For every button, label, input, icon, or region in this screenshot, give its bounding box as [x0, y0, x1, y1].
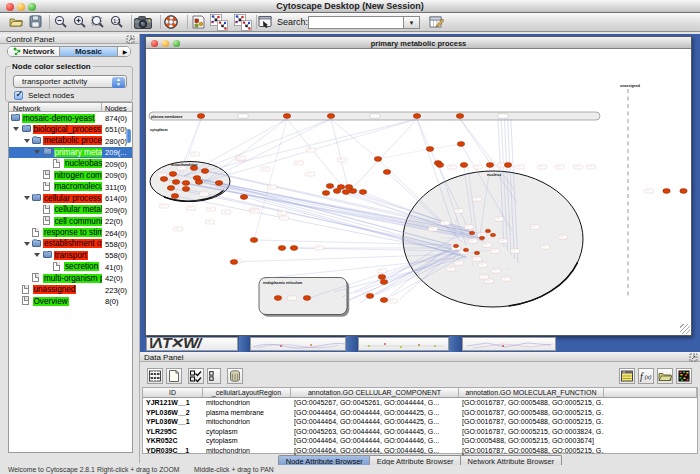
- svg-text:····: ····: [484, 243, 488, 247]
- svg-text:····: ····: [448, 267, 452, 271]
- svg-text:····: ····: [470, 239, 474, 243]
- svg-text:····: ····: [517, 165, 521, 169]
- svg-text:····: ····: [496, 217, 500, 221]
- svg-text:····: ····: [466, 225, 470, 229]
- svg-text:····: ····: [475, 165, 479, 169]
- svg-text:····: ····: [281, 216, 285, 220]
- svg-text:····: ····: [542, 245, 546, 249]
- svg-text:····: ····: [192, 152, 196, 156]
- svg-text:mitochondrion: mitochondrion: [171, 163, 198, 167]
- svg-text:····: ····: [442, 221, 446, 225]
- svg-text:(x): (x): [645, 374, 652, 380]
- svg-text:····: ····: [449, 165, 453, 169]
- svg-text:····: ····: [474, 257, 478, 261]
- svg-text:····: ····: [499, 163, 503, 167]
- svg-text:····: ····: [588, 165, 592, 169]
- svg-text:····: ····: [316, 246, 320, 250]
- svg-text:unassigned: unassigned: [620, 84, 640, 88]
- svg-text:····: ····: [486, 279, 490, 283]
- svg-text:····: ····: [279, 211, 283, 215]
- svg-text:····: ····: [493, 269, 497, 273]
- svg-text:····: ····: [500, 239, 504, 243]
- svg-text:····: ····: [390, 299, 394, 303]
- svg-text:····: ····: [575, 165, 579, 169]
- svg-text:····: ····: [262, 167, 266, 171]
- svg-text:····: ····: [252, 209, 256, 213]
- svg-text:····: ····: [208, 207, 212, 211]
- svg-text:····: ····: [339, 158, 343, 162]
- svg-text:1:1: 1:1: [113, 18, 120, 24]
- svg-text:····: ····: [289, 296, 293, 300]
- svg-text:····: ····: [492, 249, 496, 253]
- svg-text:····: ····: [188, 206, 192, 210]
- svg-text:····: ····: [557, 165, 561, 169]
- svg-text:····: ····: [539, 165, 543, 169]
- svg-text:····: ····: [456, 261, 460, 265]
- svg-text:····: ····: [307, 172, 311, 176]
- svg-text:····: ····: [456, 209, 460, 213]
- svg-text:nucleus: nucleus: [487, 173, 501, 177]
- svg-text:····: ····: [308, 148, 312, 152]
- svg-text:····: ····: [296, 161, 300, 165]
- svg-text:····: ····: [379, 269, 383, 273]
- svg-text:····: ····: [179, 166, 183, 170]
- svg-text:····: ····: [430, 227, 434, 231]
- svg-text:····: ····: [481, 275, 485, 279]
- svg-text:····: ····: [560, 235, 564, 239]
- svg-text:····: ····: [175, 227, 179, 231]
- svg-text:····: ····: [503, 277, 507, 281]
- svg-text:····: ····: [238, 156, 242, 160]
- svg-text:endoplasmic reticulum: endoplasmic reticulum: [263, 281, 302, 285]
- svg-text:····: ····: [201, 192, 205, 196]
- svg-text:plasma membrane: plasma membrane: [151, 115, 183, 119]
- svg-text:····: ····: [532, 225, 536, 229]
- svg-text:····: ····: [474, 197, 478, 201]
- svg-text:····: ····: [269, 185, 273, 189]
- svg-text:f: f: [640, 371, 644, 382]
- svg-text:····: ····: [512, 249, 516, 253]
- svg-text:cytoplasm: cytoplasm: [150, 128, 168, 132]
- svg-text:····: ····: [646, 189, 650, 193]
- svg-text:····: ····: [480, 263, 484, 267]
- svg-text:····: ····: [207, 220, 211, 224]
- svg-text:····: ····: [161, 204, 165, 208]
- svg-text:····: ····: [223, 210, 227, 214]
